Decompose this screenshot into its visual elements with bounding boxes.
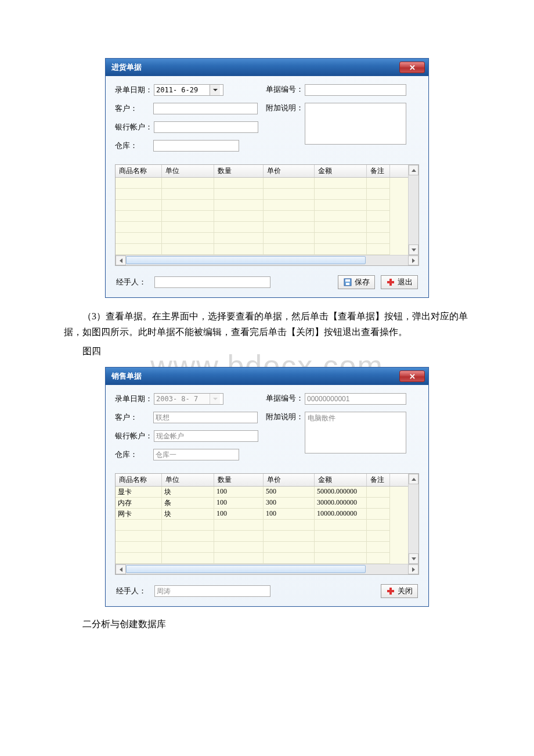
vertical-scrollbar[interactable]: [408, 474, 418, 564]
table-cell: [367, 531, 390, 542]
scroll-thumb[interactable]: [126, 565, 366, 573]
table-cell: [264, 531, 315, 542]
table-cell: 50000.000000: [315, 487, 367, 498]
handler-input[interactable]: [154, 276, 270, 288]
table-cell: 块: [162, 509, 214, 520]
table-cell: [315, 520, 367, 531]
table-cell: [367, 520, 390, 531]
label-docno: 单据编号：: [266, 84, 305, 95]
label-docno: 单据编号：: [266, 393, 305, 404]
section-heading: 二分析与创建数据库: [64, 618, 470, 631]
window-title: 销售单据: [111, 371, 142, 381]
date-input: [154, 394, 210, 404]
scroll-right-button[interactable]: [408, 255, 418, 265]
chevron-down-icon: [412, 557, 416, 560]
scroll-left-button[interactable]: [116, 255, 126, 265]
chevron-left-icon: [120, 567, 122, 572]
date-dropdown-button[interactable]: [210, 85, 220, 95]
scroll-down-button[interactable]: [409, 553, 418, 564]
date-input[interactable]: [154, 85, 210, 95]
col-unit[interactable]: 单位: [162, 165, 214, 177]
scroll-left-button[interactable]: [116, 564, 126, 574]
table-cell: 100: [214, 498, 264, 509]
customer-input[interactable]: [153, 103, 258, 114]
table-cell: [367, 509, 390, 520]
table-cell: [264, 553, 315, 564]
table-cell: 10000.000000: [315, 509, 367, 520]
window-sales: 销售单据 ✕ 录单日期： 单据编号：: [105, 367, 429, 607]
svg-rect-2: [346, 283, 349, 285]
vertical-scrollbar[interactable]: [408, 165, 418, 255]
col-remark[interactable]: 备注: [367, 165, 390, 177]
save-button[interactable]: 保存: [338, 275, 375, 289]
titlebar[interactable]: 销售单据 ✕: [106, 368, 428, 385]
table-cell: 内存: [116, 498, 162, 509]
docno-input[interactable]: [305, 84, 406, 96]
warehouse-input: [153, 449, 239, 460]
date-dropdown-button: [210, 394, 220, 404]
window-purchase: 进货单据 ✕ 录单日期： 单据编号：: [105, 58, 429, 298]
save-icon: [343, 278, 352, 287]
scroll-track[interactable]: [126, 255, 408, 265]
exit-button[interactable]: 退出: [381, 275, 418, 289]
chevron-down-icon: [412, 249, 416, 251]
col-name: 商品名称: [116, 474, 162, 486]
warehouse-input[interactable]: [153, 140, 239, 152]
scroll-up-button[interactable]: [409, 165, 418, 175]
label-date: 录单日期：: [115, 394, 154, 404]
scroll-down-button[interactable]: [409, 244, 418, 255]
grid-header: 商品名称 单位 数量 单价 金额 备注: [116, 474, 408, 487]
table-cell: 块: [162, 487, 214, 498]
label-customer: 客户：: [115, 412, 153, 423]
date-picker: [154, 393, 223, 405]
col-amount[interactable]: 金额: [315, 165, 367, 177]
table-cell: [214, 531, 264, 542]
svg-rect-1: [345, 279, 350, 282]
scroll-track[interactable]: [126, 564, 408, 574]
chevron-up-icon: [412, 169, 416, 172]
table-cell: 显卡: [116, 487, 162, 498]
table-cell: [367, 553, 390, 564]
scroll-right-button[interactable]: [408, 564, 418, 574]
col-name[interactable]: 商品名称: [116, 165, 162, 177]
horizontal-scrollbar[interactable]: [116, 564, 418, 574]
table-cell: [116, 531, 162, 542]
chevron-right-icon: [412, 567, 415, 572]
table-cell: [162, 520, 214, 531]
data-grid: 商品名称 单位 数量 单价 金额 备注 显卡块10050050000.00000…: [115, 473, 419, 575]
scroll-thumb[interactable]: [126, 256, 366, 264]
col-amount: 金额: [315, 474, 367, 486]
bank-input[interactable]: [154, 121, 258, 133]
titlebar[interactable]: 进货单据 ✕: [106, 59, 428, 76]
label-bank: 银行帐户：: [115, 431, 154, 441]
table-cell: [116, 542, 162, 553]
scroll-track[interactable]: [409, 484, 418, 553]
label-handler: 经手人：: [116, 586, 154, 596]
label-date: 录单日期：: [115, 85, 154, 95]
chevron-down-icon: [213, 398, 218, 400]
grid-header: 商品名称 单位 数量 单价 金额 备注: [116, 165, 408, 178]
data-grid[interactable]: 商品名称 单位 数量 单价 金额 备注: [115, 164, 419, 266]
table-row: [116, 553, 408, 564]
figure-caption: 图四: [64, 345, 470, 358]
label-extra: 附加说明：: [266, 103, 305, 113]
close-button[interactable]: ✕: [399, 370, 425, 382]
date-picker[interactable]: [154, 84, 223, 96]
col-qty[interactable]: 数量: [214, 165, 264, 177]
horizontal-scrollbar[interactable]: [116, 255, 418, 265]
col-price[interactable]: 单价: [264, 165, 315, 177]
extra-textarea[interactable]: [305, 103, 406, 145]
table-cell: [214, 542, 264, 553]
paragraph-instruction: （3）查看单据。在主界面中，选择要查看的单据，然后单击【查看单据】按钮，弹出对应…: [64, 308, 470, 340]
table-cell: [367, 498, 390, 509]
table-cell: [264, 542, 315, 553]
close-button[interactable]: ✕: [399, 62, 425, 73]
close-label: 关闭: [398, 586, 413, 596]
close-window-button[interactable]: 关闭: [381, 584, 418, 598]
scroll-up-button[interactable]: [409, 474, 418, 484]
extra-textarea: 电脑散件: [305, 412, 406, 453]
label-customer: 客户：: [115, 103, 153, 114]
table-cell: [162, 553, 214, 564]
scroll-track[interactable]: [409, 175, 418, 244]
table-row: 内存条10030030000.000000: [116, 498, 408, 509]
